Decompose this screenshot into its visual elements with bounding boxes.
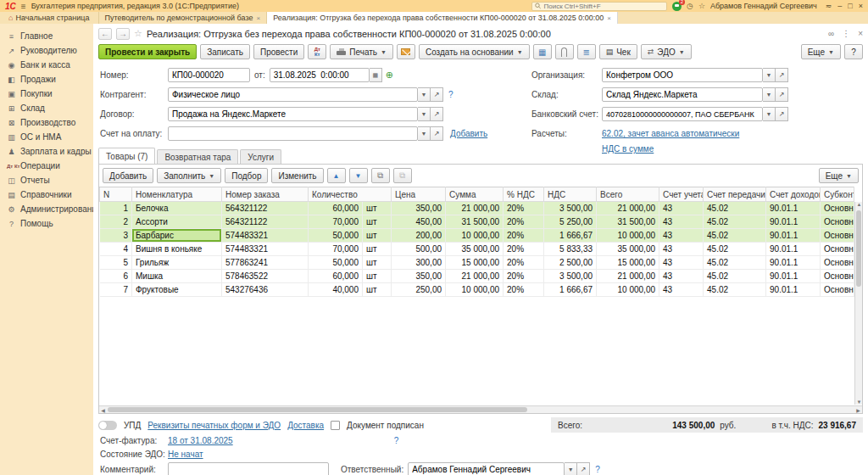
- cell-name[interactable]: Фруктовые: [132, 283, 222, 297]
- cell-income[interactable]: 90.01.1: [766, 283, 821, 297]
- cell-vat[interactable]: 2 500,00: [544, 256, 597, 270]
- col-subconto[interactable]: Субконто: [821, 187, 854, 202]
- current-user[interactable]: Абрамов Геннадий Сергеевич: [710, 2, 817, 10]
- col-vat[interactable]: НДС: [544, 187, 597, 202]
- cell-income[interactable]: 90.01.1: [766, 229, 821, 243]
- number-field[interactable]: [168, 68, 250, 82]
- cell-sum[interactable]: 21 000,00: [446, 270, 504, 283]
- history-icon[interactable]: ◷: [687, 2, 693, 10]
- cell-total[interactable]: 35 000,00: [597, 243, 659, 256]
- cell-income[interactable]: 90.01.1: [766, 215, 821, 229]
- item-tab-1[interactable]: Товары (7): [98, 148, 155, 164]
- vat-in-sum-link[interactable]: НДС в сумме: [602, 144, 654, 154]
- cell-subconto[interactable]: Основная н: [821, 215, 854, 229]
- send-email-button[interactable]: [397, 44, 415, 59]
- print-forms-link[interactable]: Реквизиты печатных форм и ЭДО: [147, 421, 281, 430]
- cell-sum[interactable]: 10 000,00: [446, 229, 504, 243]
- cell-order[interactable]: 578463522: [222, 270, 309, 283]
- edo-state-link[interactable]: Не начат: [168, 450, 203, 459]
- cell-order[interactable]: 564321122: [222, 202, 309, 215]
- cell-subconto[interactable]: Основная н: [821, 202, 854, 215]
- cell-price[interactable]: 500,00: [392, 243, 446, 256]
- more-button[interactable]: Еще▼: [801, 44, 841, 59]
- col-n[interactable]: N: [100, 187, 132, 202]
- minimize-icon[interactable]: –: [837, 2, 842, 10]
- help-button[interactable]: ?: [844, 44, 863, 59]
- col-transfer-account[interactable]: Счет передачи: [704, 187, 766, 202]
- item-tab-3[interactable]: Услуги: [240, 149, 281, 164]
- contractor-help-icon[interactable]: ?: [448, 90, 453, 99]
- cell-unit[interactable]: шт: [363, 283, 392, 297]
- favorites-star-icon[interactable]: ☆: [698, 2, 705, 10]
- back-arrow-icon[interactable]: ←: [98, 28, 112, 40]
- cell-n[interactable]: 1: [100, 202, 132, 215]
- cell-n[interactable]: 5: [100, 256, 132, 270]
- pick-button[interactable]: Подбор: [225, 168, 268, 183]
- move-up-button[interactable]: ▲: [327, 168, 346, 183]
- cell-subconto[interactable]: Основная н: [821, 243, 854, 256]
- signed-checkbox[interactable]: [331, 421, 340, 430]
- edit-button[interactable]: Изменить: [271, 168, 323, 183]
- sidebar-item-production[interactable]: ⊠Производство: [0, 115, 93, 130]
- collapse-panel-icon[interactable]: ≂: [826, 2, 832, 10]
- maximize-icon[interactable]: □: [848, 2, 852, 10]
- cell-n[interactable]: 7: [100, 283, 132, 297]
- cell-transfer[interactable]: 45.02: [704, 283, 766, 297]
- cell-vat_rate[interactable]: 20%: [504, 229, 544, 243]
- cell-acc[interactable]: 43: [659, 256, 704, 270]
- kebab-menu-icon[interactable]: ⋮: [842, 29, 850, 38]
- post-and-close-button[interactable]: Провести и закрыть: [98, 44, 197, 59]
- cell-price[interactable]: 300,00: [392, 256, 446, 270]
- cell-order[interactable]: 577863241: [222, 256, 309, 270]
- cell-price[interactable]: 350,00: [392, 270, 446, 283]
- document-structure-icon[interactable]: ⊕: [386, 70, 393, 81]
- cell-subconto[interactable]: Основная н: [821, 283, 854, 297]
- dropdown-arrow-icon[interactable]: ▼: [418, 107, 431, 121]
- cell-transfer[interactable]: 45.02: [704, 270, 766, 283]
- col-total[interactable]: Всего: [597, 187, 659, 202]
- cell-total[interactable]: 10 000,00: [597, 229, 659, 243]
- date-field[interactable]: [270, 68, 370, 82]
- table-more-button[interactable]: Еще▼: [819, 168, 859, 183]
- cell-qty[interactable]: 70,000: [309, 243, 363, 256]
- cell-price[interactable]: 350,00: [392, 202, 446, 215]
- show-postings-button[interactable]: ДтКт: [308, 44, 326, 59]
- cell-price[interactable]: 450,00: [392, 215, 446, 229]
- paste-rows-button[interactable]: ⧉: [393, 168, 412, 183]
- sidebar-item-coin[interactable]: ◉Банк и касса: [0, 58, 93, 72]
- sidebar-item-shopping-cart[interactable]: ▣Покупки: [0, 87, 93, 101]
- search-input[interactable]: [543, 3, 664, 10]
- cell-n[interactable]: 4: [100, 243, 132, 256]
- cell-n[interactable]: 3: [100, 229, 132, 243]
- table-row[interactable]: 3Барбарис57448332150,000шт200,0010 000,0…: [100, 229, 854, 243]
- cell-price[interactable]: 200,00: [392, 229, 446, 243]
- cell-n[interactable]: 2: [100, 215, 132, 229]
- cell-vat[interactable]: 3 500,00: [544, 202, 597, 215]
- cell-qty[interactable]: 70,000: [309, 215, 363, 229]
- cell-transfer[interactable]: 45.02: [704, 243, 766, 256]
- check-button[interactable]: ▤Чек: [599, 44, 637, 59]
- organization-field[interactable]: [602, 68, 763, 82]
- dropdown-arrow-icon[interactable]: ▼: [763, 68, 776, 82]
- tab-close-icon[interactable]: ×: [607, 14, 611, 22]
- dropdown-arrow-icon[interactable]: ▼: [763, 107, 776, 121]
- horizontal-scroll-thumb[interactable]: [108, 407, 527, 412]
- cell-qty[interactable]: 40,000: [309, 283, 363, 297]
- table-row[interactable]: 4Вишня в коньяке57448332170,000шт500,003…: [100, 243, 854, 256]
- cell-transfer[interactable]: 45.02: [704, 215, 766, 229]
- window-tab-2[interactable]: Реализация: Отгрузка без перехода права …: [267, 12, 618, 24]
- sidebar-item-sales-bag[interactable]: ◧Продажи: [0, 72, 93, 87]
- cell-total[interactable]: 21 000,00: [597, 270, 659, 283]
- cell-subconto[interactable]: Основная н: [821, 256, 854, 270]
- sidebar-item-person[interactable]: ♟Зарплата и кадры: [0, 144, 93, 159]
- print-button[interactable]: Печать▼: [330, 44, 393, 59]
- cell-name[interactable]: Белочка: [132, 202, 222, 215]
- col-quantity[interactable]: Количество: [309, 187, 392, 202]
- cell-n[interactable]: 6: [100, 270, 132, 283]
- invoice-link[interactable]: 18 от 31.08.2025: [168, 436, 233, 445]
- cell-subconto[interactable]: Основная н: [821, 270, 854, 283]
- cell-vat_rate[interactable]: 20%: [504, 243, 544, 256]
- cell-name[interactable]: Барбарис: [132, 229, 222, 243]
- cell-qty[interactable]: 60,000: [309, 270, 363, 283]
- bank-account-field[interactable]: [602, 107, 763, 121]
